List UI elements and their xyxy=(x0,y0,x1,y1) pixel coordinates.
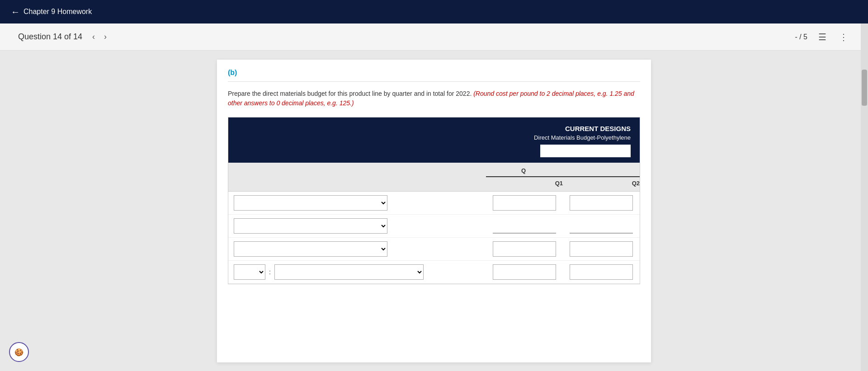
row-2-q2-input[interactable] xyxy=(570,218,633,234)
table-row xyxy=(228,238,640,261)
row-3-dropdown[interactable] xyxy=(234,241,387,257)
subheader-row xyxy=(228,145,640,163)
cookie-area: 🍪 xyxy=(9,342,29,362)
cookie-icon: 🍪 xyxy=(14,348,24,357)
row-1-q1-input[interactable] xyxy=(493,195,556,211)
content-panel: (b) Prepare the direct materials budget … xyxy=(217,60,651,362)
list-view-button[interactable]: ☰ xyxy=(816,30,828,44)
main-content-area: (b) Prepare the direct materials budget … xyxy=(0,51,868,371)
row-1-label-area xyxy=(228,195,486,211)
divider-line xyxy=(228,81,640,82)
row-2-dropdown[interactable] xyxy=(234,218,387,234)
budget-title: Direct Materials Budget-Polyethylene xyxy=(534,134,631,141)
row-1-q2-input-area xyxy=(563,195,640,211)
row-2-label-area xyxy=(228,218,486,234)
right-scrollbar[interactable] xyxy=(861,23,868,371)
subheader-input[interactable] xyxy=(540,145,631,157)
row-4-label-area: : xyxy=(228,264,486,280)
table-row: : xyxy=(228,261,640,284)
row-3-q1-input-area xyxy=(486,241,563,257)
row-1-dropdown[interactable] xyxy=(234,195,387,211)
instructions-text: Prepare the direct materials budget for … xyxy=(217,89,651,117)
top-nav-bar: ← Chapter 9 Homework xyxy=(0,0,868,23)
row-4-right-dropdown[interactable] xyxy=(274,264,424,280)
scrollbar-thumb xyxy=(862,70,867,106)
row-4-q1-input[interactable] xyxy=(493,264,556,280)
partial-q-label: Q xyxy=(521,167,528,174)
row-3-q2-input-area xyxy=(563,241,640,257)
row-2-q1-input[interactable] xyxy=(493,218,556,234)
col-q2-header: Q2 xyxy=(632,177,640,188)
question-navigation: Question 14 of 14 ‹ › xyxy=(18,30,109,43)
table-header: CURRENT DESIGNS Direct Materials Budget-… xyxy=(228,117,640,145)
row-3-q1-input[interactable] xyxy=(493,241,556,257)
row-2-q2-input-area xyxy=(563,218,640,234)
company-name: CURRENT DESIGNS xyxy=(534,125,631,132)
more-options-button[interactable]: ⋮ xyxy=(837,30,850,44)
row-4-q2-input[interactable] xyxy=(570,264,633,280)
table-header-content: CURRENT DESIGNS Direct Materials Budget-… xyxy=(534,125,631,141)
header-right-controls: - / 5 ☰ ⋮ xyxy=(795,30,850,44)
back-arrow-icon: ← xyxy=(11,7,20,17)
next-question-button[interactable]: › xyxy=(101,30,109,43)
colon-separator: : xyxy=(267,268,273,276)
row-1-q1-input-area xyxy=(486,195,563,211)
col-q1-header: Q1 xyxy=(555,177,563,188)
nav-arrows-group: ‹ › xyxy=(90,30,109,43)
table-row xyxy=(228,192,640,215)
column-headers-row: Q Q1 Q2 xyxy=(228,163,640,192)
prev-question-button[interactable]: ‹ xyxy=(90,30,98,43)
question-counter: Question 14 of 14 xyxy=(18,32,82,42)
row-4-left-dropdown[interactable] xyxy=(234,264,265,280)
part-label: (b) xyxy=(217,60,651,81)
header-bar: Question 14 of 14 ‹ › - / 5 ☰ ⋮ xyxy=(0,23,868,51)
row-3-q2-input[interactable] xyxy=(570,241,633,257)
back-button[interactable]: ← Chapter 9 Homework xyxy=(11,7,92,17)
cookie-button[interactable]: 🍪 xyxy=(9,342,29,362)
chapter-title: Chapter 9 Homework xyxy=(24,8,92,16)
row-4-q2-input-area xyxy=(563,264,640,280)
row-3-label-area xyxy=(228,241,486,257)
row-2-q1-input-area xyxy=(486,218,563,234)
row-4-q1-input-area xyxy=(486,264,563,280)
row-1-q2-input[interactable] xyxy=(570,195,633,211)
instructions-main: Prepare the direct materials budget for … xyxy=(228,90,472,97)
budget-table: CURRENT DESIGNS Direct Materials Budget-… xyxy=(228,117,640,284)
table-row xyxy=(228,215,640,238)
score-display: - / 5 xyxy=(795,33,807,41)
